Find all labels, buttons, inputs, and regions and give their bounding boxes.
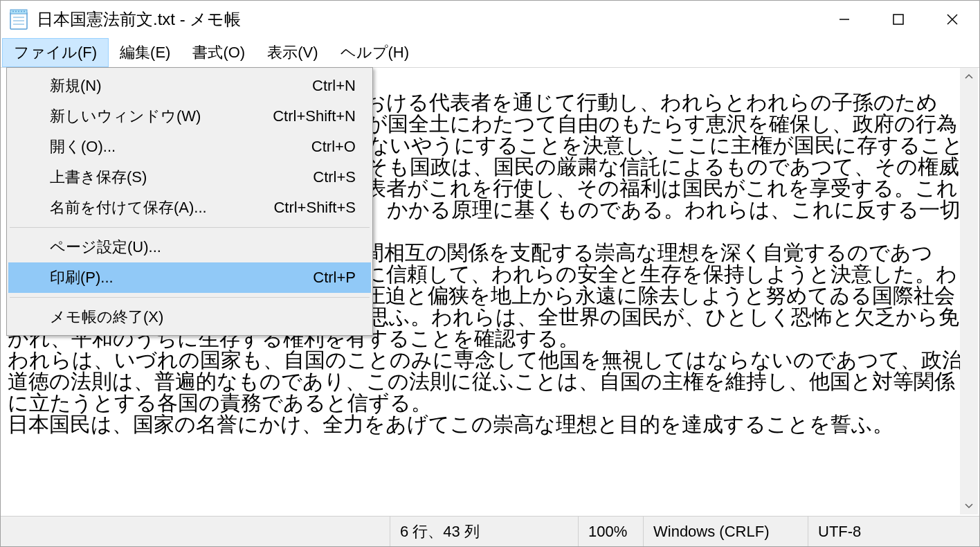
status-empty <box>1 517 390 546</box>
scroll-down-arrow-icon[interactable] <box>960 496 978 514</box>
status-zoom: 100% <box>578 517 643 546</box>
svg-point-7 <box>18 10 19 12</box>
file-exit-label: メモ帳の終了(X) <box>50 307 356 328</box>
menu-edit[interactable]: 編集(E) <box>109 38 181 67</box>
file-page-setup-label: ページ設定(U)... <box>50 237 356 258</box>
vertical-scrollbar[interactable] <box>960 68 978 514</box>
file-new-shortcut: Ctrl+N <box>312 77 356 95</box>
file-print-shortcut: Ctrl+P <box>313 269 356 287</box>
file-save-as[interactable]: 名前を付けて保存(A)... Ctrl+Shift+S <box>8 192 371 223</box>
menu-view[interactable]: 表示(V) <box>256 38 329 67</box>
menu-help[interactable]: ヘルプ(H) <box>329 38 421 67</box>
statusbar: 6 行、43 列 100% Windows (CRLF) UTF-8 <box>1 516 979 546</box>
titlebar: 日本国憲法前文.txt - メモ帳 <box>1 1 979 38</box>
close-button[interactable] <box>925 1 979 38</box>
app-window: 日本国憲法前文.txt - メモ帳 ファイル(F) 編集(E) 書式(O) 表示… <box>0 0 980 547</box>
svg-point-9 <box>24 10 25 12</box>
file-new-window-shortcut: Ctrl+Shift+N <box>273 107 356 125</box>
file-save-shortcut: Ctrl+S <box>313 168 356 186</box>
file-save-as-shortcut: Ctrl+Shift+S <box>273 199 356 217</box>
svg-point-8 <box>21 10 22 12</box>
svg-point-6 <box>15 10 17 12</box>
file-save-label: 上書き保存(S) <box>50 167 313 188</box>
svg-rect-11 <box>893 15 903 24</box>
minimize-button[interactable] <box>817 1 871 38</box>
file-save[interactable]: 上書き保存(S) Ctrl+S <box>8 162 371 192</box>
file-new-window-label: 新しいウィンドウ(W) <box>50 106 273 127</box>
file-open-shortcut: Ctrl+O <box>311 138 356 156</box>
status-position: 6 行、43 列 <box>390 517 578 546</box>
scroll-up-arrow-icon[interactable] <box>960 68 978 86</box>
notepad-icon <box>9 10 28 29</box>
file-save-as-label: 名前を付けて保存(A)... <box>50 197 273 218</box>
file-new[interactable]: 新規(N) Ctrl+N <box>8 71 371 101</box>
file-new-window[interactable]: 新しいウィンドウ(W) Ctrl+Shift+N <box>8 101 371 132</box>
maximize-button[interactable] <box>871 1 925 38</box>
file-dropdown: 新規(N) Ctrl+N 新しいウィンドウ(W) Ctrl+Shift+N 開く… <box>6 67 373 336</box>
status-eol: Windows (CRLF) <box>643 517 808 546</box>
file-exit[interactable]: メモ帳の終了(X) <box>8 302 371 332</box>
dropdown-separator <box>10 297 370 298</box>
menu-file[interactable]: ファイル(F) <box>2 38 109 67</box>
file-open-label: 開く(O)... <box>50 136 311 157</box>
file-page-setup[interactable]: ページ設定(U)... <box>8 232 371 262</box>
window-title: 日本国憲法前文.txt - メモ帳 <box>37 8 817 30</box>
file-new-label: 新規(N) <box>50 75 312 96</box>
dropdown-separator <box>10 227 370 228</box>
menubar: ファイル(F) 編集(E) 書式(O) 表示(V) ヘルプ(H) <box>1 38 979 67</box>
file-print[interactable]: 印刷(P)... Ctrl+P <box>8 262 371 293</box>
file-open[interactable]: 開く(O)... Ctrl+O <box>8 132 371 162</box>
menu-format[interactable]: 書式(O) <box>181 38 256 67</box>
file-print-label: 印刷(P)... <box>50 267 313 288</box>
svg-point-5 <box>12 10 14 12</box>
status-encoding: UTF-8 <box>808 517 979 546</box>
window-controls <box>817 1 979 37</box>
